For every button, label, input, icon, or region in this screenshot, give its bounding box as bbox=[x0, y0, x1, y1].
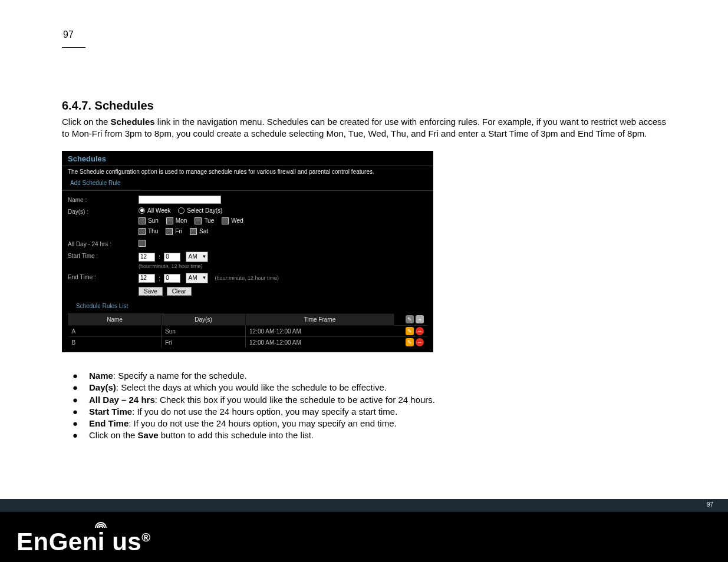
cell-timeframe: 12:00 AM-12:00 AM bbox=[246, 337, 394, 348]
fd-end-label: End Time bbox=[89, 418, 129, 428]
name-label: Name : bbox=[68, 196, 139, 203]
cb-mon[interactable]: Mon bbox=[166, 217, 187, 224]
footer-black: EnGeni us® bbox=[0, 512, 728, 562]
radio-select-days[interactable]: Select Day(s) bbox=[178, 207, 222, 214]
edit-row-icon[interactable]: ✎ bbox=[406, 338, 414, 346]
checkbox-icon bbox=[190, 228, 197, 235]
end-time-label: End Time : bbox=[68, 273, 139, 280]
radio-select-days-label: Select Day(s) bbox=[187, 207, 222, 214]
fd-allday-text: : Check this box if you would like the s… bbox=[155, 395, 435, 405]
checkbox-icon bbox=[139, 217, 146, 224]
wifi-icon bbox=[94, 520, 107, 529]
chevron-down-icon: ▼ bbox=[202, 254, 206, 259]
chevron-down-icon: ▼ bbox=[202, 275, 206, 280]
add-rule-icon[interactable]: ＋ bbox=[416, 315, 424, 323]
fd-days-text: : Select the days at which you would lik… bbox=[116, 382, 387, 392]
intro-paragraph: Click on the Schedules link in the navig… bbox=[62, 116, 666, 140]
fd-start-label: Start Time bbox=[89, 406, 132, 416]
days-label: Day(s) : bbox=[68, 207, 139, 215]
page-number-top: 97 bbox=[63, 29, 666, 40]
cell-days: Sun bbox=[162, 326, 246, 337]
fd-start-text: : If you do not use the 24 hours option,… bbox=[132, 406, 397, 416]
cb-sat[interactable]: Sat bbox=[190, 228, 208, 235]
panel-description: The Schedule configuration option is use… bbox=[62, 166, 433, 178]
list-item: All Day – 24 hrs: Check this box if you … bbox=[74, 394, 666, 406]
fd-save-text: button to add this schedule into the lis… bbox=[159, 430, 314, 440]
cell-name: A bbox=[68, 326, 162, 337]
list-item: Day(s): Select the days at which you wou… bbox=[74, 382, 666, 394]
edit-row-icon[interactable]: ✎ bbox=[406, 327, 414, 335]
cb-tue[interactable]: Tue bbox=[195, 217, 214, 224]
name-input[interactable] bbox=[139, 196, 221, 204]
edit-all-icon[interactable]: ✎ bbox=[406, 315, 414, 323]
end-hour-input[interactable]: 12 bbox=[139, 274, 155, 283]
table-row: A Sun 12:00 AM-12:00 AM ✎ – bbox=[68, 326, 428, 337]
radio-dot-icon bbox=[139, 207, 145, 214]
field-description-list: Name: Specify a name for the schedule. D… bbox=[74, 370, 666, 442]
save-button[interactable]: Save bbox=[139, 287, 163, 296]
checkbox-icon bbox=[222, 217, 229, 224]
schedules-panel: Schedules The Schedule configuration opt… bbox=[62, 151, 433, 353]
cell-timeframe: 12:00 AM-12:00 AM bbox=[246, 326, 394, 337]
cb-sat-label: Sat bbox=[199, 228, 208, 234]
cb-sun-label: Sun bbox=[148, 217, 159, 224]
panel-title: Schedules bbox=[62, 151, 433, 166]
checkbox-icon bbox=[139, 240, 146, 247]
table-row: B Fri 12:00 AM-12:00 AM ✎ – bbox=[68, 337, 428, 348]
fd-name-label: Name bbox=[89, 371, 113, 381]
checkbox-icon bbox=[195, 217, 202, 224]
end-time-hint: (hour:minute, 12 hour time) bbox=[215, 275, 279, 281]
cb-thu[interactable]: Thu bbox=[139, 228, 158, 235]
cb-wed[interactable]: Wed bbox=[222, 217, 243, 224]
col-days: Day(s) bbox=[162, 313, 246, 326]
brand-logo: EnGeni us® bbox=[12, 525, 155, 557]
list-item: Start Time: If you do not use the 24 hou… bbox=[74, 406, 666, 418]
end-ampm-select[interactable]: AM ▼ bbox=[186, 273, 208, 283]
fd-end-text: : If you do not use the 24 hours option,… bbox=[129, 418, 396, 428]
radio-dot-icon bbox=[178, 207, 185, 214]
footer-bar: 97 bbox=[0, 499, 728, 512]
fd-name-text: : Specify a name for the schedule. bbox=[113, 371, 247, 381]
start-minute-input[interactable]: 0 bbox=[164, 253, 180, 262]
radio-all-week[interactable]: All Week bbox=[139, 207, 170, 214]
radio-all-week-label: All Week bbox=[147, 207, 170, 214]
cb-tue-label: Tue bbox=[204, 217, 214, 224]
start-ampm-value: AM bbox=[188, 253, 197, 260]
cb-all-day[interactable] bbox=[139, 240, 148, 247]
start-time-label: Start Time : bbox=[68, 252, 139, 259]
cb-wed-label: Wed bbox=[231, 217, 243, 224]
list-item: End Time: If you do not use the 24 hours… bbox=[74, 418, 666, 429]
fd-save-label: Save bbox=[138, 430, 159, 440]
cell-days: Fri bbox=[162, 337, 246, 348]
cb-fri[interactable]: Fri bbox=[166, 228, 182, 235]
brand-logo-text: EnGeni us® bbox=[12, 525, 155, 557]
checkbox-icon bbox=[166, 217, 173, 224]
section-title: 6.4.7. Schedules bbox=[62, 99, 666, 113]
all-day-label: All Day - 24 hrs : bbox=[68, 240, 139, 247]
rules-list-tab[interactable]: Schedule Rules List bbox=[68, 302, 164, 313]
start-ampm-select[interactable]: AM ▼ bbox=[186, 252, 208, 262]
cell-name: B bbox=[68, 337, 162, 348]
checkbox-icon bbox=[139, 228, 146, 235]
registered-icon: ® bbox=[141, 531, 150, 544]
delete-row-icon[interactable]: – bbox=[416, 338, 424, 346]
cb-mon-label: Mon bbox=[176, 217, 187, 224]
list-item: Name: Specify a name for the schedule. bbox=[74, 370, 666, 382]
end-minute-input[interactable]: 0 bbox=[164, 274, 180, 283]
delete-row-icon[interactable]: – bbox=[416, 327, 424, 335]
footer-page-number: 97 bbox=[707, 501, 713, 508]
cb-sun[interactable]: Sun bbox=[139, 217, 159, 224]
schedule-rules-table: Name Day(s) Time Frame ✎ ＋ A bbox=[68, 313, 427, 348]
start-hour-input[interactable]: 12 bbox=[139, 253, 155, 262]
cb-thu-label: Thu bbox=[148, 228, 158, 234]
page-number-rule bbox=[62, 47, 85, 48]
clear-button[interactable]: Clear bbox=[167, 287, 192, 296]
list-item: Click on the Save button to add this sch… bbox=[74, 429, 666, 441]
cb-fri-label: Fri bbox=[175, 228, 182, 234]
col-name: Name bbox=[68, 313, 162, 326]
col-timeframe: Time Frame bbox=[246, 313, 394, 326]
end-ampm-value: AM bbox=[188, 275, 197, 281]
fd-days-label: Day(s) bbox=[89, 382, 116, 392]
add-schedule-tab[interactable]: Add Schedule Rule bbox=[62, 178, 141, 190]
fd-save-prefix: Click on the bbox=[89, 430, 138, 440]
